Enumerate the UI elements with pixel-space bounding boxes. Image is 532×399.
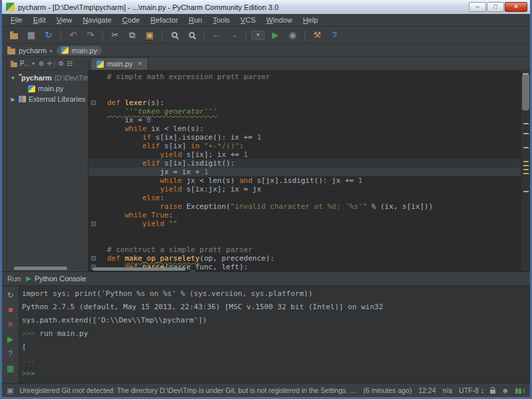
warning-stripe-mark[interactable] bbox=[523, 173, 529, 174]
stop-icon[interactable]: ■ bbox=[5, 305, 16, 315]
window-title: pycharm - [D:\Dev\Tmp\pycharm] - ...\mai… bbox=[18, 3, 465, 11]
close-button[interactable]: ✕ bbox=[505, 2, 527, 12]
warning-stripe-mark[interactable] bbox=[523, 165, 529, 166]
editor-hscrollbar[interactable] bbox=[92, 267, 186, 271]
gutter bbox=[88, 237, 107, 245]
maximize-button[interactable]: □ bbox=[487, 2, 504, 12]
lock-icon[interactable] bbox=[490, 390, 495, 394]
rerun-icon[interactable]: ↻ bbox=[5, 290, 16, 300]
gear-icon[interactable]: ⚙ bbox=[58, 61, 64, 67]
menu-refactor[interactable]: Refactor bbox=[146, 15, 183, 25]
icon-glyph: ? bbox=[332, 31, 336, 39]
project-view-dropdown[interactable]: P... ▼ bbox=[10, 60, 36, 68]
close-icon[interactable]: ✕ bbox=[5, 319, 16, 329]
find-icon[interactable] bbox=[168, 29, 181, 42]
code-line: while jx < len(s) and s[jx].isdigit(): j… bbox=[88, 176, 521, 185]
find-in-path-icon[interactable] bbox=[185, 29, 198, 42]
hector-inspector-icon[interactable]: ☻ bbox=[501, 387, 509, 394]
tab-python-console[interactable]: ▶ Python Console bbox=[26, 275, 86, 283]
gutter bbox=[88, 116, 107, 124]
status-cursor-position[interactable]: 12:24 bbox=[418, 386, 436, 394]
undo-icon[interactable]: ↶ bbox=[66, 29, 80, 42]
save-all-icon[interactable]: ▦ bbox=[25, 29, 38, 42]
project-hscrollbar[interactable] bbox=[14, 267, 67, 270]
menu-view[interactable]: View bbox=[52, 15, 77, 25]
help-icon[interactable]: ? bbox=[328, 29, 341, 42]
title-bar[interactable]: pycharm - [D:\Dev\Tmp\pycharm] - ...\mai… bbox=[2, 0, 530, 14]
tree-item-external-libraries[interactable]: ▶External Libraries bbox=[7, 94, 88, 104]
run-configuration-dropdown[interactable]: ▼ bbox=[251, 29, 265, 42]
menu-help[interactable]: Help bbox=[298, 15, 323, 25]
play-icon[interactable]: ▶ bbox=[5, 334, 16, 344]
tree-item-pycharm-root[interactable]: ▼pycharm(D:\Dev\Tmp) bbox=[7, 72, 88, 83]
warning-stripe-mark[interactable] bbox=[523, 191, 529, 192]
warning-stripe-mark[interactable] bbox=[523, 161, 529, 162]
warning-stripe-mark[interactable] bbox=[523, 133, 529, 134]
paste-icon[interactable]: ▣ bbox=[143, 29, 156, 42]
back-icon[interactable]: ← bbox=[209, 29, 223, 42]
fold-marker-icon[interactable] bbox=[91, 256, 96, 261]
magnifier-icon bbox=[189, 32, 195, 38]
menu-edit[interactable]: Edit bbox=[29, 15, 51, 25]
tree-arrow-icon[interactable]: ▶ bbox=[10, 96, 16, 102]
close-icon[interactable]: ⊗ bbox=[39, 61, 44, 67]
tree-item-path: (D:\Dev\Tmp) bbox=[55, 74, 88, 82]
menu-navigate[interactable]: Navigate bbox=[78, 15, 116, 25]
fold-marker-icon[interactable] bbox=[91, 221, 96, 226]
navbar-item-main-py[interactable]: main.py bbox=[57, 46, 102, 55]
help-icon[interactable]: ? bbox=[5, 348, 16, 358]
status-encoding[interactable]: UTF-8 ↕ bbox=[459, 386, 484, 394]
menu-run[interactable]: Run bbox=[184, 15, 207, 25]
left-tool-stripe bbox=[2, 57, 7, 271]
code-line bbox=[88, 90, 521, 98]
toolbar-divider bbox=[245, 30, 246, 41]
code-line: yield s[ix]; ix += 1 bbox=[88, 150, 521, 159]
tree-item-main-py[interactable]: main.py bbox=[7, 83, 88, 94]
minimize-button[interactable]: – bbox=[469, 2, 486, 12]
code-line: yield "" bbox=[88, 219, 521, 228]
scroll-from-source-icon[interactable]: ✛ bbox=[47, 61, 52, 67]
open-icon[interactable] bbox=[7, 29, 21, 42]
toolbar-divider bbox=[102, 30, 103, 41]
redo-icon[interactable]: ↷ bbox=[84, 29, 97, 42]
event-log-icon[interactable]: 1 bbox=[515, 388, 525, 394]
status-line-separator[interactable]: n/a bbox=[442, 386, 452, 394]
menu-vcs[interactable]: VCS bbox=[236, 15, 261, 25]
status-vcs-annotation[interactable]: (6 minutes ago) bbox=[363, 386, 412, 394]
status-message[interactable]: Unregistered Git root detected: The dire… bbox=[19, 386, 357, 394]
forward-icon[interactable]: → bbox=[227, 29, 240, 42]
tree-arrow-icon[interactable]: ▼ bbox=[10, 75, 16, 81]
menu-window[interactable]: Window bbox=[261, 15, 297, 25]
menu-tools[interactable]: Tools bbox=[208, 15, 235, 25]
code-line: elif s[ix].isdigit(): bbox=[88, 159, 521, 168]
menu-file[interactable]: File bbox=[6, 15, 27, 25]
gutter bbox=[88, 159, 107, 168]
synchronize-icon[interactable]: ↻ bbox=[42, 29, 55, 42]
warning-stripe-mark[interactable] bbox=[523, 147, 529, 148]
editor-vscrollbar[interactable] bbox=[522, 74, 529, 110]
tab-main-py[interactable]: main.py ✕ bbox=[90, 57, 148, 70]
menu-code[interactable]: Code bbox=[118, 15, 144, 25]
icon-glyph: ↻ bbox=[45, 31, 53, 39]
code-editor[interactable]: # simple math expression pratt parserdef… bbox=[88, 70, 530, 271]
settings-icon[interactable]: ⚒ bbox=[311, 29, 324, 42]
cut-icon[interactable]: ✂ bbox=[108, 29, 122, 42]
warning-stripe-mark[interactable] bbox=[523, 169, 529, 170]
hide-icon[interactable]: ⊟ bbox=[66, 61, 72, 67]
python-file-icon bbox=[61, 47, 68, 54]
tab-close-icon[interactable]: ✕ bbox=[138, 61, 143, 67]
pycharm-window: pycharm - [D:\Dev\Tmp\pycharm] - ...\mai… bbox=[0, 0, 532, 399]
run-with-coverage-icon[interactable]: ◉ bbox=[286, 29, 299, 42]
warning-stripe-mark[interactable] bbox=[523, 123, 529, 124]
fold-marker-icon[interactable] bbox=[91, 100, 96, 105]
settings-icon[interactable]: ▦ bbox=[5, 363, 16, 373]
python-file-icon bbox=[96, 61, 104, 68]
toggle-tool-windows-icon[interactable]: ▣ bbox=[7, 387, 13, 394]
chevron-down-icon: ▼ bbox=[31, 61, 36, 66]
copy-icon[interactable]: ⧉ bbox=[126, 29, 139, 42]
gutter bbox=[88, 185, 107, 194]
navbar-item-pycharm[interactable]: pycharm bbox=[19, 47, 47, 55]
console-line: ... bbox=[22, 356, 530, 369]
run-icon[interactable]: ▶ bbox=[269, 29, 282, 42]
python-console-output[interactable]: import sys; print('Python %s on %s' % (s… bbox=[19, 286, 530, 383]
